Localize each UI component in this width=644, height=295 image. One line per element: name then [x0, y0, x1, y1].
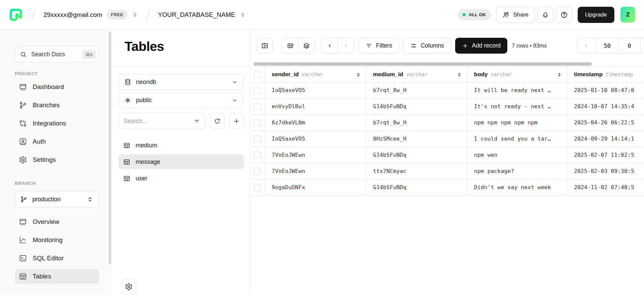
sidebar-item-monitoring[interactable]: Monitoring: [15, 233, 99, 247]
row-checkbox[interactable]: [253, 103, 261, 110]
sort-icon[interactable]: [556, 72, 562, 78]
column-header-medium_id[interactable]: medium_idvarchar: [366, 67, 467, 82]
account-breadcrumb[interactable]: 29xxxxx@gmail.com FREE: [41, 8, 140, 22]
database-selector[interactable]: neondb: [118, 74, 244, 90]
columns-button[interactable]: Columns: [403, 38, 451, 54]
search-docs-button[interactable]: Search Docs ⌘K: [15, 47, 99, 62]
column-header-sender_id[interactable]: sender_idvarchar: [265, 67, 366, 82]
cell-sender_id[interactable]: 9ogaDuDNFx: [265, 179, 366, 195]
column-header-body[interactable]: bodyvarchar: [467, 67, 567, 82]
cell-body[interactable]: I could send you a tar…: [467, 131, 567, 147]
chevron-right-icon: [342, 42, 349, 49]
sidebar-item-integrations[interactable]: Integrations: [15, 116, 99, 131]
sidebar-item-tables[interactable]: Tables: [15, 269, 99, 284]
database-breadcrumb[interactable]: YOUR_DATABASE_NAME: [156, 9, 247, 21]
table-view-button[interactable]: [282, 38, 298, 53]
cell-sender_id[interactable]: 6z7dkeVLNm: [265, 115, 366, 130]
tables-panel: Tables neondb public Search... mediummes…: [112, 30, 250, 295]
cell-medium_id[interactable]: ttx7NCmyac: [366, 163, 467, 179]
schema-view-button[interactable]: [298, 38, 314, 53]
row-checkbox[interactable]: [253, 151, 261, 159]
cell-sender_id[interactable]: enVvyDlBul: [265, 98, 366, 114]
notification-count-badge[interactable]: 2: [620, 7, 635, 23]
sidebar-item-sql-editor[interactable]: SQL Editor: [15, 251, 99, 266]
cell-body[interactable]: npm package?: [467, 163, 567, 179]
cell-timestamp[interactable]: 2024-11-02 07:48:5: [567, 179, 644, 195]
cell-body[interactable]: It's not ready - next …: [467, 98, 567, 114]
cell-timestamp[interactable]: 2025-02-07 11:02:5: [567, 147, 644, 163]
sidebar-item-overview[interactable]: Overview: [15, 214, 99, 229]
neon-logo[interactable]: [9, 8, 23, 22]
cell-sender_id[interactable]: 7VoEoJWEwn: [265, 163, 366, 179]
row-checkbox[interactable]: [253, 119, 261, 126]
add-record-button[interactable]: Add record: [455, 38, 508, 54]
help-button[interactable]: [556, 7, 572, 23]
column-header-timestamp[interactable]: timestamptimestamp: [567, 67, 644, 82]
column-name: sender_id: [272, 71, 299, 78]
collapse-panel-button[interactable]: [257, 38, 273, 54]
sidebar-scrollbar[interactable]: [109, 32, 111, 264]
sidebar-item-auth[interactable]: Auth: [15, 134, 99, 149]
cell-medium_id[interactable]: G14bSFuNDq: [366, 147, 467, 163]
column-type: varchar: [302, 71, 323, 78]
row-select-cell: [250, 82, 265, 98]
cell-medium_id[interactable]: b7rqt_8w_H: [366, 115, 467, 130]
cell-sender_id[interactable]: IoQSaxeVO5: [265, 131, 366, 147]
row-checkbox[interactable]: [253, 168, 261, 175]
cell-medium_id[interactable]: G14bSFuNDq: [366, 98, 467, 114]
sidebar-item-branches[interactable]: Branches: [15, 98, 99, 113]
cell-medium_id[interactable]: G14bSFuNDq: [366, 179, 467, 195]
pagination-prev-button[interactable]: [577, 38, 596, 53]
row-select-cell: [250, 115, 265, 130]
cell-medium_id[interactable]: b7rqt_8w_H: [366, 82, 467, 98]
notifications-button[interactable]: [537, 7, 553, 23]
schema-selector[interactable]: public: [118, 92, 244, 108]
cell-timestamp[interactable]: 2024-09-29 14:14:1: [567, 131, 644, 147]
cell-body[interactable]: npm wen: [467, 147, 567, 163]
panel-settings-button[interactable]: [121, 279, 136, 294]
cell-body[interactable]: It will be ready next …: [467, 82, 567, 98]
cell-timestamp[interactable]: 2025-01-10 08:47:0: [567, 82, 644, 98]
cell-timestamp[interactable]: 2024-10-07 14:35:4: [567, 98, 644, 114]
sidebar-item-dashboard[interactable]: Dashboard: [15, 80, 99, 94]
chevron-down-icon: [232, 97, 238, 104]
table-icon: [123, 175, 130, 182]
share-button[interactable]: Share: [496, 7, 534, 23]
pagination-stub: [640, 38, 644, 53]
table-search-input[interactable]: Search...: [118, 113, 205, 129]
row-checkbox[interactable]: [253, 87, 261, 94]
cell-body[interactable]: Didn't we say next week: [467, 179, 567, 195]
row-checkbox[interactable]: [253, 184, 261, 191]
cell-body[interactable]: npm npm npm npm npm: [467, 115, 567, 130]
data-grid: sender_idvarcharmedium_idvarcharbodyvarc…: [250, 67, 644, 196]
sidebar-item-label: Monitoring: [33, 236, 63, 244]
cell-sender_id[interactable]: IoQSaxeVO5: [265, 82, 366, 98]
cell-timestamp[interactable]: 2025-04-26 06:22:5: [567, 115, 644, 130]
filters-button[interactable]: Filters: [359, 38, 399, 54]
table-item-user[interactable]: user: [118, 171, 244, 186]
cell-sender_id[interactable]: 7VoEoJWEwn: [265, 147, 366, 163]
scrollbar-thumb[interactable]: [253, 62, 592, 66]
branch-selector[interactable]: production: [15, 191, 99, 207]
back-button[interactable]: [321, 38, 338, 53]
row-checkbox[interactable]: [253, 135, 261, 143]
refresh-icon: [214, 118, 221, 125]
refresh-button[interactable]: [210, 113, 225, 129]
sort-icon[interactable]: [456, 72, 462, 78]
sort-icon[interactable]: [355, 72, 361, 78]
table-item-medium[interactable]: medium: [118, 138, 244, 153]
cell-timestamp[interactable]: 2025-02-03 09:30:5: [567, 163, 644, 179]
add-table-button[interactable]: [229, 113, 244, 129]
filter-lines-icon[interactable]: [194, 118, 200, 124]
status-badge[interactable]: ALL OK: [457, 9, 491, 20]
help-icon: [561, 11, 568, 19]
upgrade-button[interactable]: Upgrade: [578, 7, 614, 23]
forward-button[interactable]: [338, 38, 354, 53]
sidebar-item-settings[interactable]: Settings: [15, 152, 99, 167]
page-offset-value[interactable]: 0: [618, 38, 640, 53]
table-item-message[interactable]: message: [118, 154, 244, 169]
select-all-checkbox[interactable]: [253, 71, 261, 78]
cell-medium_id[interactable]: 0HzSMcee_H: [366, 131, 467, 147]
page-size-value[interactable]: 50: [596, 38, 618, 53]
horizontal-scrollbar[interactable]: [253, 62, 594, 66]
